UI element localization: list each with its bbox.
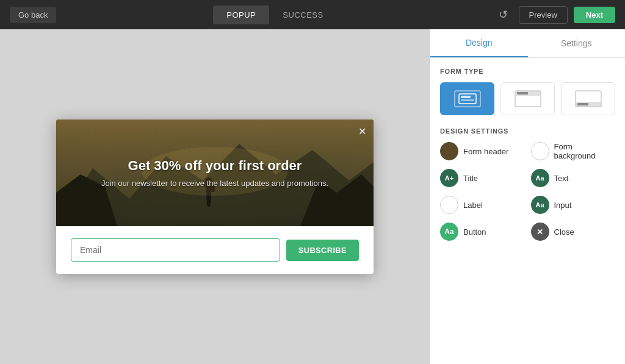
next-button[interactable]: Next bbox=[574, 7, 615, 23]
svg-rect-13 bbox=[459, 94, 476, 104]
form-type-top-bar-icon bbox=[515, 90, 541, 107]
popup-hero-text: Get 30% off your first order Join our ne… bbox=[83, 158, 347, 188]
svg-rect-15 bbox=[461, 99, 474, 101]
setting-form-header[interactable]: Form header bbox=[440, 142, 525, 160]
close-label: Close bbox=[554, 227, 574, 237]
design-settings-grid: Form header Form background A+ Title Aa … bbox=[440, 142, 615, 241]
title-label: Title bbox=[463, 174, 478, 183]
input-label: Input bbox=[554, 201, 572, 210]
form-type-label: FORM TYPE bbox=[440, 68, 615, 75]
form-header-icon bbox=[440, 142, 458, 160]
title-icon: A+ bbox=[440, 169, 458, 187]
right-panel: Design Settings FORM TYPE bbox=[430, 29, 625, 364]
input-icon: Aa bbox=[531, 196, 549, 214]
design-settings-label: DESIGN SETTINGS bbox=[440, 127, 615, 135]
email-input[interactable] bbox=[71, 238, 280, 262]
form-type-center[interactable] bbox=[440, 82, 494, 115]
tab-settings[interactable]: Settings bbox=[528, 29, 626, 57]
tab-success[interactable]: SUCCESS bbox=[269, 5, 336, 24]
nav-tabs: POPUP SUCCESS bbox=[63, 5, 486, 24]
popup-hero-title: Get 30% off your first order bbox=[101, 158, 328, 174]
close-icon: ✕ bbox=[531, 223, 549, 241]
popup-close-button[interactable]: ✕ bbox=[358, 126, 366, 137]
preview-button[interactable]: Preview bbox=[519, 6, 568, 24]
label-icon bbox=[440, 196, 458, 214]
subscribe-button[interactable]: SUBSCRIBE bbox=[286, 240, 359, 261]
tab-design[interactable]: Design bbox=[430, 29, 528, 57]
form-type-top-bar[interactable] bbox=[500, 82, 555, 115]
setting-text[interactable]: Aa Text bbox=[531, 169, 616, 187]
top-nav: Go back POPUP SUCCESS ↺ Preview Next bbox=[0, 0, 625, 29]
setting-form-background[interactable]: Form background bbox=[531, 142, 616, 160]
popup-hero: Get 30% off your first order Join our ne… bbox=[56, 120, 374, 226]
button-icon: Aa bbox=[440, 223, 458, 241]
popup-hero-subtitle: Join our newsletter to receive the lates… bbox=[101, 179, 328, 188]
panel-tabs: Design Settings bbox=[430, 29, 625, 58]
text-icon: Aa bbox=[531, 169, 549, 187]
popup-modal: Get 30% off your first order Join our ne… bbox=[56, 120, 374, 274]
text-label: Text bbox=[554, 174, 569, 183]
panel-content: FORM TYPE bbox=[430, 58, 625, 364]
popup-form-area: SUBSCRIBE bbox=[56, 226, 374, 274]
form-header-label: Form header bbox=[463, 147, 508, 156]
setting-button[interactable]: Aa Button bbox=[440, 223, 525, 241]
form-type-bottom-bar-icon bbox=[575, 90, 602, 107]
nav-right: ↺ Preview Next bbox=[494, 5, 615, 24]
svg-rect-18 bbox=[517, 92, 528, 95]
button-label: Button bbox=[463, 227, 486, 237]
canvas: Get 30% off your first order Join our ne… bbox=[0, 29, 430, 364]
label-label: Label bbox=[463, 201, 483, 210]
setting-close[interactable]: ✕ Close bbox=[531, 223, 616, 241]
form-type-center-icon bbox=[454, 90, 481, 107]
setting-input[interactable]: Aa Input bbox=[531, 196, 616, 214]
go-back-button[interactable]: Go back bbox=[10, 7, 56, 23]
main-area: Get 30% off your first order Join our ne… bbox=[0, 29, 625, 364]
undo-button[interactable]: ↺ bbox=[494, 5, 513, 24]
form-type-bottom-bar[interactable] bbox=[561, 82, 615, 115]
setting-label-item[interactable]: Label bbox=[440, 196, 525, 214]
svg-rect-14 bbox=[461, 96, 471, 98]
form-type-options bbox=[440, 82, 615, 115]
tab-popup[interactable]: POPUP bbox=[213, 5, 269, 24]
form-background-icon bbox=[531, 142, 549, 160]
form-background-label: Form background bbox=[554, 142, 616, 160]
setting-title[interactable]: A+ Title bbox=[440, 169, 525, 187]
svg-rect-21 bbox=[577, 103, 588, 105]
